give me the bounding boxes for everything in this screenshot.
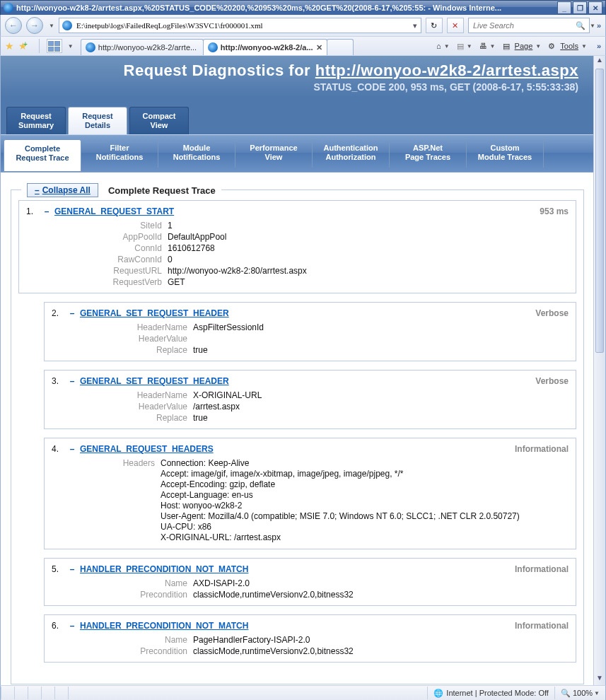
subtab-filter-notifications[interactable]: Filter Notifications [81,139,158,168]
address-dropdown-icon[interactable]: ▾ [409,21,421,30]
status-cell [14,687,28,699]
close-button[interactable]: ✕ [588,1,602,14]
tab-request-summary[interactable]: Request Summary [6,107,66,134]
scroll-thumb[interactable] [595,69,604,353]
scroll-down-icon[interactable]: ▼ [594,674,605,685]
favorites-icon[interactable]: ★ [5,40,14,52]
feeds-icon: ▤ [457,42,464,51]
event-link[interactable]: GENERAL_REQUEST_HEADERS [80,444,214,454]
subtab-line1: Authentication [324,144,378,152]
subtab-line1: Performance [250,144,297,152]
event-link[interactable]: GENERAL_SET_REQUEST_HEADER [80,308,229,318]
subtab-complete-request-trace[interactable]: Complete Request Trace [4,139,81,172]
trace-event: 5.–HANDLER_PRECONDITION_NOT_MATCHInforma… [44,558,576,606]
tab-request-details[interactable]: Request Details [68,107,127,134]
prop-key: AppPoolId [54,232,168,242]
page-menu[interactable]: ▤ Page▼ [503,42,542,51]
address-bar[interactable]: ▾ [59,18,421,33]
forward-button[interactable]: → [26,17,43,34]
commandbar-more-icon[interactable]: » [597,42,601,50]
restore-button[interactable]: ❐ [573,1,587,14]
search-input[interactable] [472,18,573,33]
quick-tabs-button[interactable] [47,39,62,53]
event-name: HANDLER_PRECONDITION_NOT_MATCH [80,621,248,631]
zoom-control[interactable]: 🔍 100%▼ [554,687,605,699]
dropdown-icon[interactable]: ▼ [467,43,472,49]
dropdown-icon[interactable]: ▼ [535,43,541,49]
refresh-button[interactable]: ↻ [426,18,443,33]
toolbar-more-icon[interactable]: » [597,21,601,30]
address-input[interactable] [75,18,409,33]
prop-key: Precondition [80,590,193,600]
vertical-scrollbar[interactable]: ▲ ▼ [593,56,605,685]
subtab-performance-view[interactable]: Performance View [235,139,313,168]
subtab-line1: Custom [491,144,520,152]
event-right-label: Informational [515,564,569,574]
search-box[interactable]: 🔍 ▼ [468,18,590,33]
event-link[interactable]: GENERAL_SET_REQUEST_HEADER [80,376,229,386]
minimize-button[interactable]: _ [557,1,571,14]
subtab-custom-module-traces[interactable]: Custom Module Traces [467,139,544,168]
feeds-button[interactable]: ▤▼ [457,42,472,51]
collapse-icon: – [35,185,40,195]
print-button[interactable]: 🖶▼ [479,42,496,50]
search-icon[interactable]: 🔍 [576,21,585,30]
tab-compact-view[interactable]: Compact View [129,107,189,134]
subtab-module-notifications[interactable]: Module Notifications [158,139,235,168]
status-cell [28,687,41,699]
globe-icon: 🌐 [433,689,443,698]
browser-tab-1[interactable]: http://wonyoo-w2k8-2/arrte... [81,39,204,55]
collapse-event-icon[interactable]: – [69,444,76,454]
event-header: 2.–GENERAL_SET_REQUEST_HEADERVerbose [52,308,569,318]
status-cell [1,687,14,699]
dropdown-icon[interactable]: ▼ [581,43,587,49]
tab-close-icon[interactable]: ✕ [316,43,322,52]
tab-label: http://wonyoo-w2k8-2/a... [221,43,313,52]
event-index: 5. [52,564,69,574]
collapse-event-icon[interactable]: – [69,621,76,631]
subtab-line2: Notifications [173,153,221,161]
event-link[interactable]: GENERAL_REQUEST_START [54,206,174,216]
collapse-event-icon[interactable]: – [69,308,76,318]
event-link[interactable]: HANDLER_PRECONDITION_NOT_MATCH [80,564,248,574]
prop-value: /arrtest.aspx [193,402,569,412]
recent-dropdown-icon[interactable]: ▼ [49,23,54,29]
scroll-up-icon[interactable]: ▲ [594,56,605,67]
search-dropdown-icon[interactable]: ▼ [590,23,595,29]
quick-tabs-dropdown-icon[interactable]: ▼ [68,43,74,49]
tab-label: http://wonyoo-w2k8-2/arrte... [98,43,197,52]
event-name: GENERAL_SET_REQUEST_HEADER [80,376,229,386]
page-label: Page [515,42,533,50]
zone-label: Internet | Protected Mode: Off [446,689,549,697]
dropdown-icon[interactable]: ▼ [594,690,600,696]
collapse-event-icon[interactable]: – [43,206,50,216]
add-favorite-icon[interactable]: ★+ [18,40,32,52]
dropdown-icon[interactable]: ▼ [444,43,450,49]
prop-key: HeaderValue [80,334,193,344]
collapse-all-button[interactable]: –Collapse All [27,183,98,197]
subtab-aspnet-page-traces[interactable]: ASP.Net Page Traces [390,139,467,168]
browser-tab-2[interactable]: http://wonyoo-w2k8-2/a... ✕ [203,39,327,55]
back-button[interactable]: ← [5,17,22,34]
event-name: GENERAL_REQUEST_START [54,206,174,216]
event-right-label: Informational [515,444,569,454]
tab-strip: http://wonyoo-w2k8-2/arrte... http://won… [81,37,432,55]
prop-value [193,334,569,344]
subtab-authn-authz[interactable]: Authentication Authorization [313,139,390,168]
event-link[interactable]: HANDLER_PRECONDITION_NOT_MATCH [80,621,248,631]
event-header: 1.–GENERAL_REQUEST_START953 ms [26,206,569,216]
prop-key: RequestVerb [54,277,168,287]
stop-button[interactable]: ✕ [447,18,464,33]
collapse-event-icon[interactable]: – [69,376,76,386]
prop-key: HeaderName [80,390,193,400]
print-icon: 🖶 [479,42,487,50]
new-tab-button[interactable] [327,39,354,55]
dropdown-icon[interactable]: ▼ [490,43,496,49]
prop-value: 1610612768 [168,243,569,253]
event-properties: NamePageHandlerFactory-ISAPI-2.0Precondi… [80,635,569,656]
home-button[interactable]: ⌂▼ [436,42,450,50]
collapse-event-icon[interactable]: – [69,564,76,574]
subtab-line2: View [265,153,283,161]
request-url-link[interactable]: http://wonyoo-w2k8-2/arrtest.aspx [315,62,578,79]
tools-menu[interactable]: ⚙ Tools▼ [548,42,587,51]
